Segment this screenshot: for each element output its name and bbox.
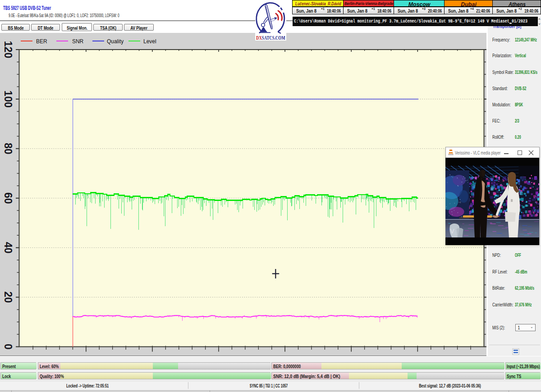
svg-text:40: 40: [2, 242, 14, 254]
svg-text:100: 100: [2, 91, 14, 108]
svg-text:V: V: [450, 228, 454, 235]
svg-text:60: 60: [2, 192, 14, 204]
svg-text:120: 120: [2, 41, 14, 58]
svg-text:DXSATCS.COM: DXSATCS.COM: [256, 34, 285, 41]
svg-text:0: 0: [2, 344, 14, 350]
svg-text:80: 80: [2, 143, 14, 155]
svg-text:20: 20: [2, 292, 14, 303]
